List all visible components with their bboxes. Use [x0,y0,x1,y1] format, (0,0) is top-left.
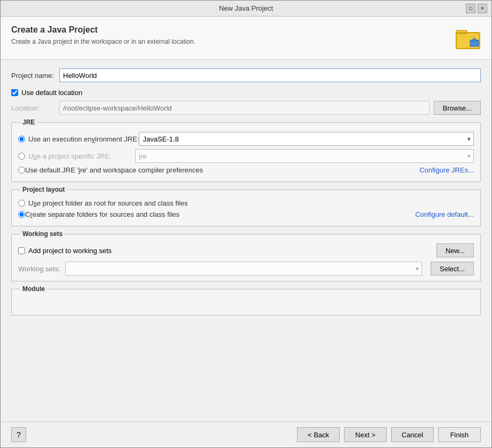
window-title: New Java Project [26,4,466,12]
module-group: Module [11,289,481,316]
back-button[interactable]: < Back [297,427,340,442]
working-sets-dropdown [65,262,422,276]
project-layout-group-content: Use project folder as root for sources a… [12,196,480,226]
folder-icon [455,25,481,51]
window-controls: □ × [466,4,487,13]
jre-default-radio[interactable] [18,167,25,174]
layout-option2-row: Create separate folders for sources and … [18,210,474,218]
close-button[interactable]: × [478,4,487,13]
working-sets-group-content: Add project to working sets New... Worki… [12,240,480,281]
browse-button[interactable]: Browse... [434,101,481,115]
jre-specific-dropdown-wrapper: jre ▼ [135,149,474,163]
location-input [59,101,429,115]
jre-specific-dropdown: jre [135,149,474,163]
body-section: Project name: Use default location Locat… [1,60,491,421]
jre-env-dropdown[interactable]: JavaSE-1.8 JavaSE-11 JavaSE-17 [139,132,474,146]
new-java-project-dialog: New Java Project □ × Create a Java Proje… [0,0,492,448]
jre-group-content: Use an execution environment JRE: JavaSE… [12,129,480,182]
jre-specific-radio[interactable] [18,153,25,160]
working-sets-checkbox-row: Add project to working sets New... [18,243,474,257]
use-default-location-row: Use default location [11,89,481,97]
working-sets-group-title: Working sets [20,230,65,238]
new-working-set-button[interactable]: New... [436,243,474,257]
project-name-label: Project name: [11,72,59,80]
project-name-row: Project name: [11,68,481,82]
module-group-content [12,295,480,311]
jre-option2-row: Use a project specific JRE: jre ▼ [18,149,474,163]
working-sets-dropdown-wrapper: ▼ [65,262,422,276]
dialog-subtitle: Create a Java project in the workspace o… [11,38,447,45]
select-working-sets-button[interactable]: Select... [431,262,474,276]
module-group-title: Module [20,285,47,293]
project-name-input[interactable] [59,68,481,82]
layout-option1-row: Use project folder as root for sources a… [18,199,474,207]
jre-specific-label: Use a project specific JRE: [28,152,135,160]
working-sets-group: Working sets Add project to working sets… [11,234,481,281]
layout-root-radio[interactable] [18,200,25,207]
header-icon-area [455,25,481,51]
cancel-button[interactable]: Cancel [391,427,434,442]
header-text: Create a Java Project Create a Java proj… [11,25,447,45]
layout-root-label: Use project folder as root for sources a… [28,199,188,207]
header-section: Create a Java Project Create a Java proj… [1,17,491,60]
footer-section: ? < Back Next > Cancel Finish [1,421,491,447]
configure-jres-link[interactable]: Configure JREs... [419,166,474,174]
dialog-title: Create a Java Project [11,25,447,35]
jre-env-dropdown-wrapper: JavaSE-1.8 JavaSE-11 JavaSE-17 ▼ [139,132,474,146]
location-label: Location: [11,104,59,112]
svg-rect-1 [456,30,467,34]
jre-option1-row: Use an execution environment JRE: JavaSE… [18,132,474,146]
finish-button[interactable]: Finish [438,427,481,442]
add-to-working-sets-checkbox[interactable] [18,247,25,254]
project-layout-group: Project layout Use project folder as roo… [11,190,481,226]
working-sets-label: Working sets: [18,265,61,273]
working-sets-select-row: Working sets: ▼ Select... [18,262,474,276]
jre-env-label: Use an execution environment JRE: [28,135,139,143]
project-layout-group-title: Project layout [20,186,67,193]
jre-env-radio[interactable] [18,136,25,143]
help-button[interactable]: ? [11,427,26,442]
jre-group-title: JRE [20,119,37,126]
add-to-working-sets-wrapper: Add project to working sets [18,247,112,255]
use-default-location-checkbox[interactable] [11,89,18,96]
layout-separate-radio[interactable] [18,211,25,218]
location-row: Location: Browse... [11,101,481,115]
jre-default-label: Use default JRE 'jre' and workspace comp… [25,166,203,174]
configure-default-link[interactable]: Configure default... [415,210,474,218]
add-to-working-sets-label[interactable]: Add project to working sets [28,247,112,255]
use-default-location-label[interactable]: Use default location [21,89,82,97]
footer-buttons: < Back Next > Cancel Finish [297,427,481,442]
layout-separate-label: Create separate folders for sources and … [25,210,179,218]
minimize-button[interactable]: □ [466,4,475,13]
next-button[interactable]: Next > [344,427,387,442]
jre-group: JRE Use an execution environment JRE: Ja… [11,122,481,182]
jre-option3-row: Use default JRE 'jre' and workspace comp… [18,166,474,174]
titlebar: New Java Project □ × [1,1,491,17]
